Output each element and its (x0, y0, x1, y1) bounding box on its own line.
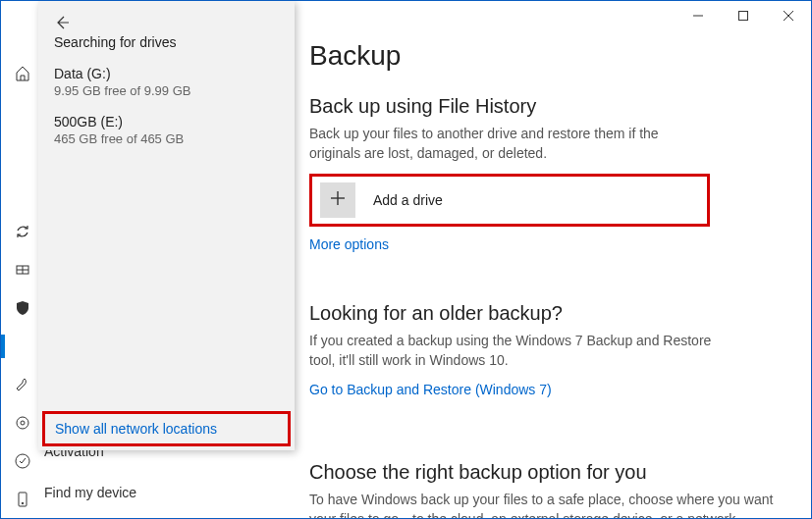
sidebar-item-label: Find my device (44, 485, 136, 500)
section-heading-older: Looking for an older backup? (309, 302, 795, 325)
more-options-link[interactable]: More options (309, 236, 389, 252)
section-desc: If you created a backup using the Window… (309, 331, 712, 371)
svg-point-9 (22, 502, 24, 504)
plus-icon (330, 188, 346, 211)
drive-option[interactable]: Data (G:) 9.95 GB free of 9.99 GB (54, 58, 279, 106)
maximize-button[interactable] (721, 1, 766, 30)
section-desc: To have Windows back up your files to a … (309, 490, 790, 518)
drive-free-space: 9.95 GB free of 9.99 GB (54, 83, 279, 98)
page-title: Backup (309, 40, 795, 72)
find-device-icon[interactable] (1, 480, 44, 518)
drive-free-space: 465 GB free of 465 GB (54, 131, 279, 146)
active-indicator (1, 335, 5, 358)
svg-point-6 (21, 421, 25, 425)
section-desc: Back up your files to another drive and … (309, 124, 712, 164)
add-drive-button[interactable] (320, 182, 355, 218)
main-content: Backup Back up using File History Back u… (309, 40, 795, 518)
close-button[interactable] (766, 1, 811, 30)
drive-option[interactable]: 500GB (E:) 465 GB free of 465 GB (54, 106, 279, 154)
flyout-heading: Searching for drives (38, 34, 295, 50)
svg-rect-1 (739, 12, 748, 21)
add-drive-label: Add a drive (373, 192, 443, 208)
drive-name: Data (G:) (54, 66, 279, 81)
show-network-locations-link[interactable]: Show all network locations (55, 421, 217, 437)
section-heading-choose: Choose the right backup option for you (309, 461, 795, 484)
highlight-box: Add a drive (309, 174, 710, 227)
drive-name: 500GB (E:) (54, 114, 279, 130)
drive-flyout: Searching for drives Data (G:) 9.95 GB f… (38, 1, 295, 450)
section-heading-filehistory: Back up using File History (309, 95, 795, 118)
svg-point-5 (17, 417, 28, 429)
backup-restore-win7-link[interactable]: Go to Backup and Restore (Windows 7) (309, 382, 552, 397)
minimize-button[interactable] (676, 1, 721, 30)
highlight-box: Show all network locations (42, 411, 291, 446)
